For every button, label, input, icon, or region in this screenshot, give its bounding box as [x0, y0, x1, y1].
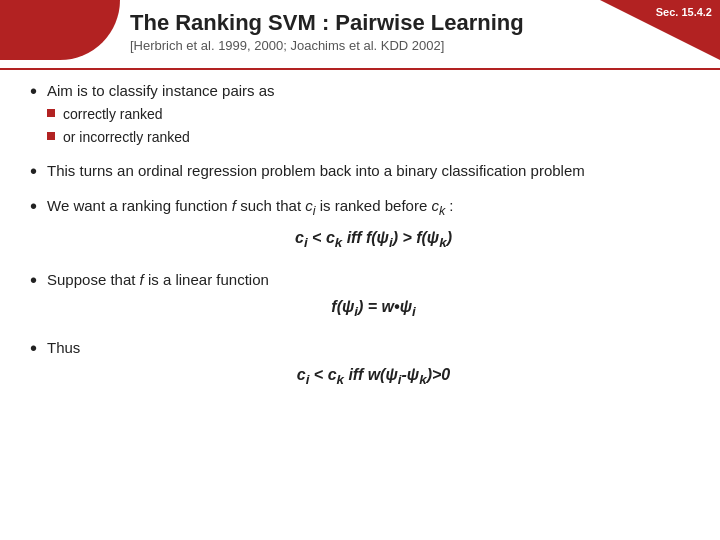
formula2: f(ψi) = w•ψi [47, 296, 700, 322]
sub-bullet-1-1: correctly ranked [47, 105, 700, 125]
sub-bullet-square-1 [47, 109, 55, 117]
bullet-dot-1: • [30, 77, 37, 105]
bullet-item-3: • We want a ranking function f such that… [30, 195, 700, 258]
header-divider [0, 68, 720, 70]
sub-bullet-1-2-text: or incorrectly ranked [63, 128, 190, 148]
italic-f-3: f [232, 197, 236, 214]
italic-f-4: f [140, 271, 144, 288]
bullet-item-5: • Thus ci < ck iff w(ψi-ψk)>0 [30, 337, 700, 396]
sub-bullet-1-2: or incorrectly ranked [47, 128, 700, 148]
bullet-text-3: We want a ranking function f such that c… [47, 195, 700, 258]
bullet2-text: This turns an ordinal regression problem… [47, 162, 585, 179]
slide-header: The Ranking SVM : Pairwise Learning [Her… [0, 0, 720, 70]
bullet-item-4: • Suppose that f is a linear function f(… [30, 269, 700, 328]
formula1-text: ci < ck iff f(ψi) > f(ψk) [295, 229, 452, 246]
bullet-text-1: Aim is to classify instance pairs as cor… [47, 80, 700, 150]
formula1: ci < ck iff f(ψi) > f(ψk) [47, 227, 700, 253]
formula2-text: f(ψi) = w•ψi [331, 298, 415, 315]
bullet-dot-2: • [30, 157, 37, 185]
ck-text: ck [431, 197, 445, 214]
bullet-item-2: • This turns an ordinal regression probl… [30, 160, 700, 185]
bullet-text-2: This turns an ordinal regression problem… [47, 160, 700, 181]
formula3: ci < ck iff w(ψi-ψk)>0 [47, 364, 700, 390]
bullet5-text: Thus [47, 339, 80, 356]
sub-bullet-square-2 [47, 132, 55, 140]
bullet-item-1: • Aim is to classify instance pairs as c… [30, 80, 700, 150]
slide-content: • Aim is to classify instance pairs as c… [30, 80, 700, 530]
section-number: Sec. 15.4.2 [656, 6, 712, 18]
sub-bullet-1-1-text: correctly ranked [63, 105, 163, 125]
main-title: The Ranking SVM : Pairwise Learning [130, 10, 590, 36]
bullet-dot-5: • [30, 334, 37, 362]
title-area: The Ranking SVM : Pairwise Learning [Her… [130, 10, 590, 53]
bullet1-text: Aim is to classify instance pairs as [47, 82, 275, 99]
bullet-dot-3: • [30, 192, 37, 220]
bullet-dot-4: • [30, 266, 37, 294]
bullet-text-4: Suppose that f is a linear function f(ψi… [47, 269, 700, 328]
ci-text: ci [305, 197, 315, 214]
subtitle: [Herbrich et al. 1999, 2000; Joachims et… [130, 38, 590, 53]
sub-bullets-1: correctly ranked or incorrectly ranked [47, 105, 700, 147]
bullet-text-5: Thus ci < ck iff w(ψi-ψk)>0 [47, 337, 700, 396]
formula3-text: ci < ck iff w(ψi-ψk)>0 [297, 366, 450, 383]
